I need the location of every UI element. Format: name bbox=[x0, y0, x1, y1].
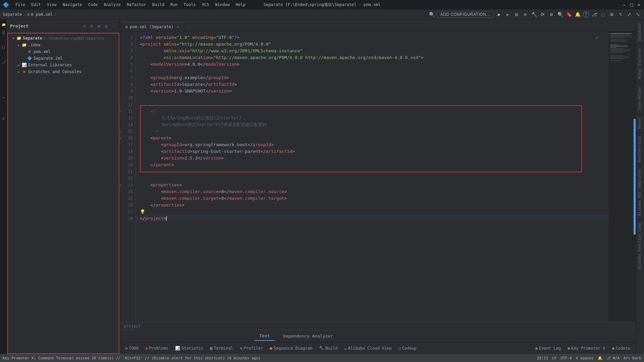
code-line-19[interactable]: <version>2.5.3</version> bbox=[136, 155, 609, 162]
status-indent[interactable]: 4 spaces bbox=[576, 356, 594, 360]
statistic-tool[interactable]: 📊 Statistic bbox=[172, 345, 206, 352]
expand-icon[interactable]: ⤢ bbox=[626, 11, 633, 18]
settings-icon[interactable]: ⚙ bbox=[548, 11, 555, 18]
file-tree-content[interactable]: ▼ 📁 Separate F:\Ended\spring项目\Separate … bbox=[7, 33, 119, 354]
tree-item-iml[interactable]: ▶ 🔷 Separate.iml bbox=[8, 55, 119, 62]
code-line-12[interactable]: <!-- bbox=[136, 108, 609, 115]
code-line-6[interactable] bbox=[136, 68, 609, 74]
bulb-icon[interactable]: 💡 bbox=[140, 208, 145, 215]
right-sidebar-maven[interactable]: Maven bbox=[636, 114, 644, 132]
code-content[interactable]: ✓ <?xml version="1.0" encoding="UTF-8"?>… bbox=[136, 32, 609, 322]
code-line-10[interactable] bbox=[136, 95, 609, 101]
menu-navigate[interactable]: Navigate bbox=[60, 2, 85, 8]
menu-vcs[interactable]: VCS bbox=[199, 2, 212, 8]
leetcode-sidebar-icon[interactable]: ⟨⟩ bbox=[0, 44, 7, 51]
run-icon[interactable]: ▶ bbox=[504, 11, 511, 18]
close-button[interactable]: ✕ bbox=[637, 2, 641, 7]
codeup-tool[interactable]: □ Codeup bbox=[396, 345, 420, 352]
code-line-1[interactable]: <?xml version="1.0" encoding="UTF-8"?> bbox=[136, 34, 609, 41]
code-line-17[interactable]: <groupId>org.springframework.boot</group… bbox=[136, 141, 609, 148]
code-line-24[interactable]: <maven.compiler.source>8</maven.compiler… bbox=[136, 188, 609, 195]
menu-help[interactable]: Help bbox=[233, 2, 248, 8]
notifications-icon[interactable]: 🔔 bbox=[574, 11, 581, 18]
vcs-icon[interactable]: ⌥ bbox=[617, 11, 624, 18]
stop-icon[interactable]: ■ bbox=[513, 11, 520, 18]
code-line-20[interactable]: </parent> bbox=[136, 162, 609, 168]
right-sidebar-json-helper[interactable]: Json Helper bbox=[636, 82, 644, 114]
build-tool[interactable]: 🔨 Build bbox=[316, 345, 340, 352]
profiler-tool[interactable]: ⊕ Profiler bbox=[237, 345, 266, 352]
minimize-button[interactable]: — bbox=[622, 2, 627, 7]
coverage-icon[interactable]: ⊙ bbox=[522, 11, 529, 18]
code-line-18[interactable]: <artifactId>spring-boot-starter-parent</… bbox=[136, 148, 609, 155]
menu-analyze[interactable]: Analyze bbox=[101, 2, 123, 8]
code-line-13[interactable]: 引入SpringBoot的父项目(父starter) bbox=[136, 115, 609, 121]
menu-window[interactable]: Window bbox=[212, 2, 232, 8]
code-line-2[interactable]: <project xmlns="http://maven.apache.org/… bbox=[136, 41, 609, 48]
code-line-14[interactable]: SpringBoot的父Starter中已将基本配置都已配置好 bbox=[136, 121, 609, 128]
terminal-tool[interactable]: ▦ Terminal bbox=[207, 345, 236, 352]
add-config-button[interactable]: ADD CONFIGURATION... bbox=[437, 11, 494, 18]
compress-icon[interactable]: ⤡ bbox=[635, 11, 641, 18]
code-line-21[interactable] bbox=[136, 168, 609, 175]
todo-tool[interactable]: ≡ TODO bbox=[122, 345, 141, 352]
tree-item-scratches[interactable]: ▶ ⚙ Scratches and Consoles bbox=[8, 68, 119, 75]
menu-file[interactable]: File bbox=[13, 2, 28, 8]
git-sidebar-icon[interactable]: ⎇ bbox=[0, 58, 7, 66]
tree-arrow-scratches[interactable]: ▶ bbox=[16, 69, 21, 74]
tree-sync-icon[interactable]: ⊙ bbox=[81, 23, 87, 29]
tree-close-icon[interactable]: — bbox=[111, 23, 117, 29]
code-line-22[interactable] bbox=[136, 175, 609, 182]
status-lf[interactable]: LF bbox=[552, 356, 556, 360]
code-line-9[interactable]: <version>1.0-SNAPSHOT</version> bbox=[136, 88, 609, 95]
tree-arrow-idea[interactable]: ▶ bbox=[16, 42, 21, 48]
code-line-23[interactable]: <properties> bbox=[136, 182, 609, 188]
editor-tab-pom[interactable]: m pom.xml (Separate) ✕ bbox=[121, 22, 184, 31]
tree-collapse-icon[interactable]: ⊟ bbox=[89, 23, 95, 29]
tree-filter-icon[interactable]: ⊞ bbox=[96, 23, 102, 29]
code-line-11[interactable] bbox=[136, 101, 609, 108]
reload-icon[interactable]: ⟳ bbox=[539, 11, 546, 18]
debug-icon[interactable]: ▶ bbox=[496, 11, 502, 18]
maximize-button[interactable]: □ bbox=[629, 2, 634, 7]
code-line-15[interactable]: --> bbox=[136, 128, 609, 135]
right-sidebar-ros[interactable]: Alibaba ROS Templates bbox=[636, 166, 644, 219]
layout-icon[interactable]: ⊞ bbox=[608, 11, 615, 18]
minimap[interactable] bbox=[609, 32, 636, 322]
codota-tool[interactable]: ● Codota bbox=[609, 345, 633, 352]
right-sidebar-rest[interactable]: RestServices bbox=[636, 132, 644, 166]
status-git[interactable]: ⎇ N/A bbox=[606, 356, 620, 360]
menu-code[interactable]: Code bbox=[86, 2, 101, 8]
tab-text[interactable]: Text bbox=[254, 331, 275, 341]
build-icon[interactable]: 🔨 bbox=[531, 11, 537, 18]
breadcrumb-file[interactable]: m pom.xml bbox=[31, 12, 53, 17]
search-icon[interactable]: 🔍 bbox=[557, 11, 564, 18]
project-sidebar-icon[interactable]: 📁 bbox=[0, 21, 7, 28]
project-label[interactable]: Project bbox=[10, 23, 29, 28]
code-line-8[interactable]: <artifactId>Separate</artifactId> bbox=[136, 81, 609, 88]
bookmark-icon[interactable]: 🔖 bbox=[566, 11, 572, 18]
status-position[interactable]: 28:11 bbox=[537, 356, 548, 360]
code-line-28[interactable]: </project> bbox=[136, 215, 609, 222]
sequence-diagram-tool[interactable]: ● Sequence Diagram bbox=[267, 345, 315, 352]
code-line-26[interactable]: </properties> bbox=[136, 202, 609, 208]
menu-build[interactable]: Build bbox=[150, 2, 167, 8]
alibaba-cloud-tool[interactable]: ☁ Alibaba Cloud View bbox=[341, 345, 394, 352]
structure-sidebar-icon[interactable]: ⊞ bbox=[0, 115, 7, 122]
event-log-tool[interactable]: ● Event Log bbox=[533, 345, 564, 352]
tab-close-pom[interactable]: ✕ bbox=[175, 24, 180, 29]
help-icon[interactable]: ? bbox=[583, 11, 589, 17]
code-line-3[interactable]: xmlns:xsi="http://www.w3.org/2001/XMLSch… bbox=[136, 48, 609, 54]
tree-item-pom[interactable]: ▶ m pom.xml bbox=[8, 48, 119, 55]
menu-tools[interactable]: Tools bbox=[181, 2, 199, 8]
menu-view[interactable]: View bbox=[44, 2, 59, 8]
search-everywhere-icon[interactable]: 🔍 bbox=[429, 12, 435, 17]
database-sidebar-icon[interactable]: 🗄 bbox=[0, 29, 7, 36]
code-line-5[interactable]: <modelVersion>4.0.0</modelVersion> bbox=[136, 61, 609, 68]
status-notifications[interactable]: 🔔 bbox=[598, 356, 602, 360]
minimap-scrollbar[interactable] bbox=[634, 119, 636, 235]
code-line-4[interactable]: xsi:schemaLocation="http://maven.apache.… bbox=[136, 54, 609, 61]
right-sidebar-function[interactable]: Alibaba Function Comp bbox=[636, 219, 644, 273]
breadcrumb-project[interactable]: Separate bbox=[3, 12, 22, 17]
git-icon[interactable]: ⎇ bbox=[591, 11, 598, 18]
